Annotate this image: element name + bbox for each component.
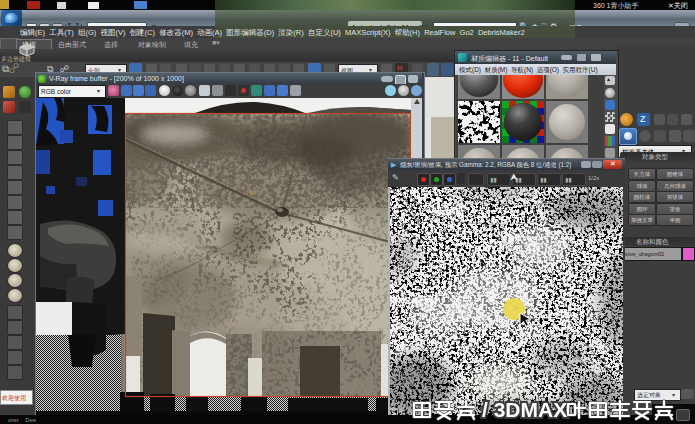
svg-text:/ 3DMAX: / 3DMAX — [482, 398, 567, 421]
